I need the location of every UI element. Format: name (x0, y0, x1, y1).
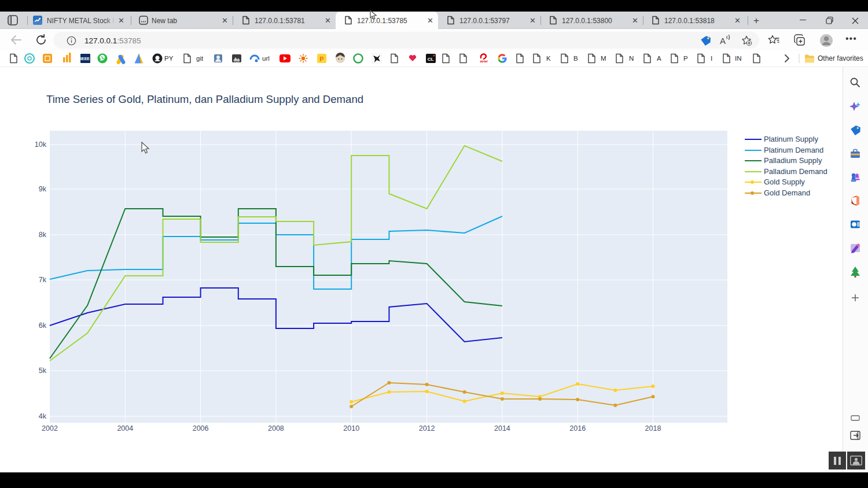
svg-text:Palladium Demand: Palladium Demand (764, 167, 827, 176)
svg-text:Platinum Demand: Platinum Demand (764, 146, 823, 154)
svg-text:P: P (683, 55, 688, 62)
svg-text:2008: 2008 (268, 424, 284, 432)
svg-text:9k: 9k (39, 185, 47, 193)
svg-text:PUA: PUA (234, 60, 239, 63)
svg-text:6k: 6k (39, 321, 47, 330)
svg-text:Platinum Supply: Platinum Supply (764, 135, 818, 143)
svg-text:A: A (657, 55, 661, 62)
svg-text:N: N (629, 55, 634, 62)
svg-text:I: I (711, 55, 712, 62)
svg-text:IEEE: IEEE (80, 57, 90, 61)
svg-text:airtel: airtel (480, 60, 488, 63)
svg-text:IN: IN (735, 55, 742, 62)
svg-text:2010: 2010 (343, 424, 359, 432)
svg-text:2012: 2012 (419, 424, 435, 432)
svg-text:8k: 8k (39, 231, 47, 239)
svg-text:Time Series of Gold, Platinum,: Time Series of Gold, Platinum, dan Palla… (46, 93, 363, 105)
svg-text:A: A (720, 36, 726, 46)
svg-text:10k: 10k (35, 141, 47, 149)
svg-text:2006: 2006 (193, 424, 209, 432)
svg-text:Other favorites: Other favorites (818, 54, 863, 62)
svg-text:2016: 2016 (569, 424, 586, 432)
svg-text:git: git (196, 55, 204, 62)
svg-text:Gold Supply: Gold Supply (764, 178, 805, 186)
svg-text:2002: 2002 (42, 424, 58, 432)
svg-text:4k: 4k (39, 412, 47, 420)
svg-text:url: url (262, 55, 270, 62)
svg-text:2004: 2004 (117, 424, 133, 432)
svg-text:P: P (319, 56, 323, 62)
svg-text:M: M (601, 55, 606, 62)
svg-text:K: K (546, 55, 551, 62)
svg-text:2018: 2018 (645, 424, 661, 432)
svg-text:Palladium Supply: Palladium Supply (764, 156, 822, 165)
svg-text:5k: 5k (39, 367, 47, 375)
svg-text:2014: 2014 (494, 424, 510, 432)
svg-text:7k: 7k (39, 276, 47, 284)
svg-text:PY: PY (164, 55, 174, 62)
svg-text:CL: CL (428, 57, 434, 62)
svg-text:Gold Demand: Gold Demand (764, 188, 810, 197)
svg-text:B: B (573, 55, 578, 62)
